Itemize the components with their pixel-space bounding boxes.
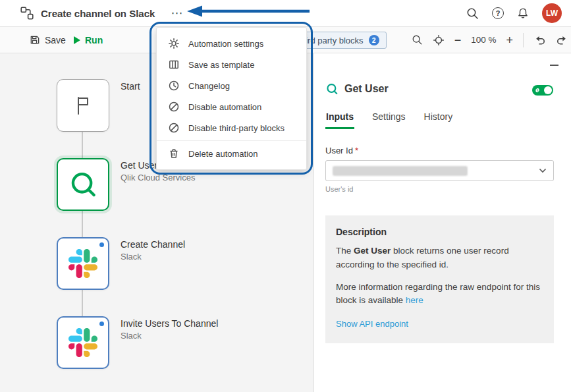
linked-enabled-toggle[interactable] <box>532 85 553 96</box>
block-start[interactable] <box>57 79 109 132</box>
disable-icon <box>168 122 180 134</box>
panel-tabs: Inputs Settings History <box>325 111 453 129</box>
redo-button[interactable] <box>556 34 568 46</box>
menu-divider <box>157 140 306 141</box>
run-button[interactable]: Run <box>74 27 103 53</box>
save-label: Save <box>45 35 66 45</box>
menu-item-delete-automation[interactable]: Delete automation <box>157 143 306 164</box>
qlik-q-icon <box>325 82 339 96</box>
slack-icon <box>68 249 97 278</box>
panel-header: Get User <box>325 82 389 96</box>
user-id-input[interactable] <box>325 160 554 181</box>
app-window: Create channel on Slack ⋯ ? LW Save Ru <box>0 0 571 392</box>
block-label-start: Start <box>121 81 140 92</box>
flag-icon <box>71 94 95 117</box>
block-get-user[interactable] <box>57 158 109 211</box>
block-config-panel: Get User Inputs Settings History User Id… <box>313 53 571 392</box>
block-invite-users[interactable] <box>57 316 109 369</box>
redacted-value <box>333 166 468 176</box>
user-id-label: User Id* <box>325 146 358 155</box>
automation-flow-icon <box>20 6 34 20</box>
zoom-out-button[interactable]: − <box>454 34 462 46</box>
tab-history[interactable]: History <box>423 111 454 129</box>
search-icon[interactable] <box>466 7 479 20</box>
save-button[interactable]: Save <box>29 27 66 53</box>
notifications-bell-icon[interactable] <box>517 7 529 19</box>
chevron-down-icon[interactable] <box>539 168 547 173</box>
third-party-dot <box>99 322 104 326</box>
description-body: The Get User block returns one user reco… <box>336 244 543 272</box>
help-icon[interactable]: ? <box>492 7 504 19</box>
run-play-icon <box>74 36 80 44</box>
undo-button[interactable] <box>533 34 546 46</box>
canvas-search-icon[interactable] <box>412 34 423 45</box>
canvas-controls: − 100 % + <box>412 27 571 53</box>
tab-settings[interactable]: Settings <box>371 111 406 129</box>
zoom-level: 100 % <box>471 35 496 45</box>
center-view-icon[interactable] <box>433 34 445 46</box>
page-title: Create channel on Slack <box>41 8 155 19</box>
third-party-dot <box>99 242 104 247</box>
disable-icon <box>168 101 180 113</box>
block-label-create-channel: Create Channel Slack <box>121 239 185 262</box>
topbar-right: ? LW <box>466 3 571 23</box>
options-dropdown-menu: Automation settings Save as template Cha… <box>156 27 307 170</box>
topbar: Create channel on Slack ⋯ ? LW <box>0 0 571 27</box>
save-icon <box>29 34 40 45</box>
description-more: More information regarding the raw endpo… <box>336 281 543 308</box>
toggle-knob <box>544 86 552 94</box>
template-icon <box>168 59 180 70</box>
more-options-button[interactable]: ⋯ <box>171 7 184 19</box>
toolbar-divider <box>523 33 524 47</box>
slack-icon <box>68 328 97 357</box>
menu-item-changelog[interactable]: Changelog <box>157 75 306 96</box>
trash-icon <box>168 148 180 159</box>
third-party-blocks-badge: 2 <box>369 35 379 45</box>
block-create-channel[interactable] <box>57 237 109 290</box>
required-mark: * <box>355 146 358 155</box>
user-id-help: User's id <box>325 185 353 193</box>
history-clock-icon <box>168 80 180 92</box>
here-link[interactable]: here <box>406 295 423 305</box>
minimize-panel-button[interactable] <box>550 61 560 69</box>
show-api-endpoint-link[interactable]: Show API endpoint <box>336 318 408 331</box>
description-box: Description The Get User block returns o… <box>325 215 554 343</box>
run-label: Run <box>85 35 103 45</box>
avatar[interactable]: LW <box>542 3 562 23</box>
panel-block-title: Get User <box>344 83 389 95</box>
description-heading: Description <box>336 225 543 240</box>
topbar-left: Create channel on Slack ⋯ <box>0 6 184 20</box>
menu-item-disable-third-party[interactable]: Disable third-party blocks <box>157 117 306 138</box>
qlik-q-icon <box>68 169 98 200</box>
link-icon <box>534 87 541 94</box>
menu-item-disable-automation[interactable]: Disable automation <box>157 96 306 117</box>
gear-icon <box>168 38 180 49</box>
menu-item-save-as-template[interactable]: Save as template <box>157 54 306 75</box>
block-label-invite-users: Invite Users To Channel Slack <box>121 318 218 341</box>
menu-item-automation-settings[interactable]: Automation settings <box>157 33 306 54</box>
zoom-in-button[interactable]: + <box>506 34 513 46</box>
tab-inputs[interactable]: Inputs <box>325 111 354 129</box>
